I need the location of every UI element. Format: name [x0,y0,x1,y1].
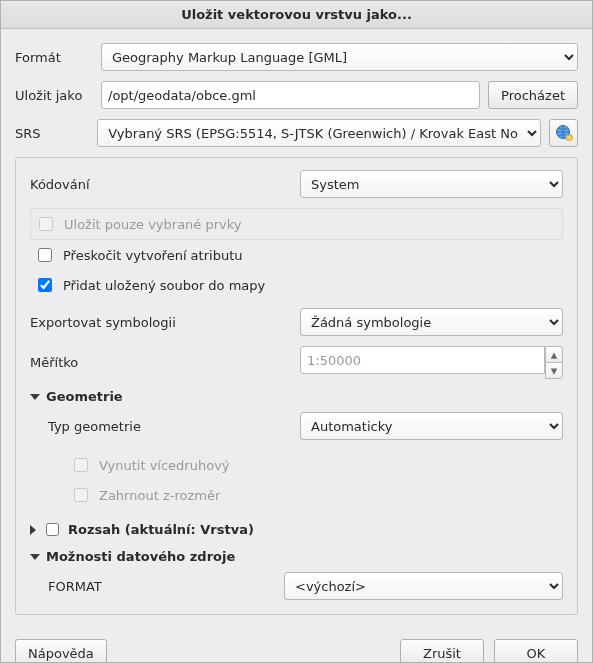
geometry-type-select[interactable]: Automaticky [300,412,563,440]
help-button[interactable]: Nápověda [15,639,107,663]
force-multi-checkbox [74,458,88,472]
include-z-checkbox [74,488,88,502]
force-multi-row: Vynutit vícedruhový [66,450,563,480]
scale-up-button[interactable]: ▴ [545,346,563,362]
extent-head-label: Rozsah (aktuální: Vrstva) [68,522,254,537]
format-select[interactable]: Geography Markup Language [GML] [101,43,578,71]
save-selected-row: Uložit pouze vybrané prvky [30,208,563,240]
svg-rect-1 [566,135,572,140]
format-option-select[interactable]: <výchozí> [284,572,563,600]
encoding-label: Kódování [30,177,300,192]
save-as-label: Uložit jako [15,88,93,103]
cancel-button[interactable]: Zrušit [400,639,484,663]
srs-select[interactable]: Vybraný SRS (EPSG:5514, S-JTSK (Greenwic… [97,119,541,147]
chevron-down-icon [30,554,40,560]
scale-input [300,346,545,374]
encoding-select[interactable]: System [300,170,563,198]
skip-attr-label: Přeskočit vytvoření atributu [63,248,242,263]
globe-icon [555,124,573,142]
add-to-map-label: Přidat uložený soubor do mapy [63,278,265,293]
format-option-label: FORMAT [48,579,284,594]
include-z-row: Zahrnout z-rozměr [66,480,563,510]
srs-label: SRS [15,126,89,141]
format-label: Formát [15,50,93,65]
options-panel: Kódování System Uložit pouze vybrané prv… [15,157,578,615]
chevron-right-icon [30,525,36,535]
geometry-head-label: Geometrie [46,389,123,404]
browse-button[interactable]: Procházet [488,81,578,109]
include-z-label: Zahrnout z-rozměr [99,488,220,503]
export-symbology-select[interactable]: Žádná symbologie [300,308,563,336]
ok-button[interactable]: OK [494,639,578,663]
srs-picker-button[interactable] [549,119,578,147]
scale-down-button[interactable]: ▾ [545,362,563,379]
chevron-down-icon [30,394,40,400]
extent-checkbox[interactable] [46,523,59,536]
force-multi-label: Vynutit vícedruhový [99,458,230,473]
save-selected-checkbox [39,217,53,231]
add-to-map-row[interactable]: Přidat uložený soubor do mapy [30,270,563,300]
window-title: Uložit vektorovou vrstvu jako... [1,1,592,29]
skip-attr-checkbox[interactable] [38,248,52,262]
export-symbology-label: Exportovat symbologii [30,315,300,330]
chevron-up-icon: ▴ [551,347,558,362]
add-to-map-checkbox[interactable] [38,278,52,292]
geometry-type-label: Typ geometrie [48,419,300,434]
geometry-section-toggle[interactable]: Geometrie [30,389,563,404]
scale-label: Měřítko [30,355,300,370]
chevron-down-icon: ▾ [551,363,558,378]
save-as-input[interactable] [101,81,480,109]
datasource-head-label: Možnosti datového zdroje [46,549,235,564]
datasource-section-toggle[interactable]: Možnosti datového zdroje [30,549,563,564]
extent-section-toggle[interactable]: Rozsah (aktuální: Vrstva) [30,520,563,539]
save-selected-label: Uložit pouze vybrané prvky [64,217,242,232]
skip-attr-row[interactable]: Přeskočit vytvoření atributu [30,240,563,270]
